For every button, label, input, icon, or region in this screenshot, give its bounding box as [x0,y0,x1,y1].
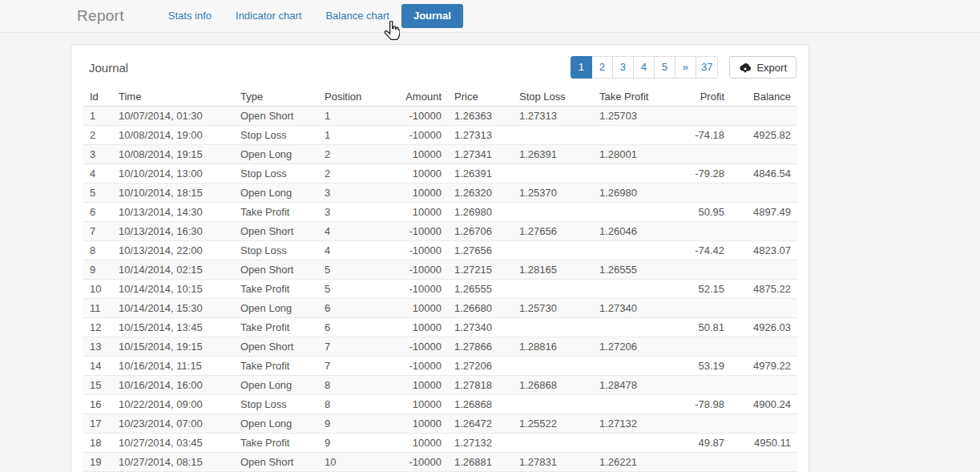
cell-amount: -10000 [381,126,448,145]
cell-price: 1.26363 [448,107,513,126]
tab-journal[interactable]: Journal [401,4,463,28]
cell-price: 1.27313 [448,126,513,145]
cell-id: 19 [83,453,112,472]
cell-stop-loss [513,357,593,376]
pagination-page-5[interactable]: 5 [654,56,676,79]
cell-stop-loss: 1.26868 [513,376,593,395]
cell-time: 10/16/2014, 16:00 [112,376,234,395]
table-row: 1310/15/2014, 19:15Open Short7-100001.27… [83,337,797,357]
cell-amount: -10000 [381,241,448,260]
cell-take-profit [593,126,673,145]
cell-profit [673,260,731,280]
cell-position: 1 [318,107,381,126]
cell-balance [731,260,797,280]
cell-balance: 4897.49 [731,203,797,222]
cell-id: 8 [83,241,112,260]
cell-balance [731,107,797,126]
pagination-page-4[interactable]: 4 [633,56,655,79]
export-button[interactable]: Export [729,56,797,79]
cell-position: 7 [318,357,381,376]
cell-profit [673,107,731,126]
cell-amount: -10000 [381,107,448,126]
column-header-id: Id [83,87,112,107]
cell-take-profit: 1.28478 [593,376,673,395]
cell-price: 1.26980 [448,203,513,222]
tab-indicator-chart[interactable]: Indicator chart [224,4,313,28]
table-row: 1810/27/2014, 03:45Take Profit9100001.27… [83,434,797,453]
cell-balance [731,337,797,357]
cell-id: 18 [83,434,112,453]
page-title: Report [77,7,124,25]
table-row: 1410/16/2014, 11:15Take Profit7-100001.2… [83,357,797,376]
cell-time: 10/15/2014, 13:45 [112,318,234,337]
cell-id: 15 [83,376,112,395]
cell-type: Open Long [234,145,318,164]
cell-position: 4 [318,241,381,260]
column-header-price: Price [448,87,513,107]
cell-id: 1 [83,107,112,126]
pagination-next-button[interactable]: » [675,56,696,79]
cell-balance: 4925.82 [731,126,797,145]
cell-position: 2 [318,164,381,184]
cell-amount: 10000 [381,164,448,184]
cell-stop-loss [513,280,593,299]
pagination: 12345»37 [571,56,718,79]
cell-stop-loss: 1.27313 [513,107,593,126]
column-header-type: Type [234,87,318,107]
pagination-page-1[interactable]: 1 [571,56,592,79]
cell-time: 10/13/2014, 22:00 [112,241,234,260]
cell-stop-loss [513,126,593,145]
column-header-take-profit: Take Profit [593,87,673,107]
table-row: 210/08/2014, 19:00Stop Loss1-100001.2731… [83,126,797,145]
cell-profit: -79.28 [673,164,731,184]
cell-amount: 10000 [381,318,448,337]
table-row: 610/13/2014, 14:30Take Profit3100001.269… [83,203,797,222]
cell-amount: 10000 [381,184,448,203]
cell-balance [731,222,797,241]
cell-stop-loss: 1.25522 [513,414,593,434]
cell-balance: 4926.03 [731,318,797,337]
cell-position: 9 [318,414,381,434]
cell-position: 1 [318,126,381,145]
cell-price: 1.26868 [448,395,513,414]
cell-amount: -10000 [381,222,448,241]
cell-stop-loss: 1.27831 [513,453,593,472]
cell-type: Stop Loss [234,395,318,414]
panel-controls: 12345»37 Export [571,56,797,79]
export-button-label: Export [756,62,787,74]
cell-type: Open Long [234,184,318,203]
pagination-page-37[interactable]: 37 [696,56,718,79]
cell-time: 10/14/2014, 02:15 [112,260,234,280]
cell-price: 1.27215 [448,260,513,280]
cell-stop-loss: 1.28165 [513,260,593,280]
table-row: 1710/23/2014, 07:00Open Long9100001.2647… [83,414,797,434]
cell-amount: 10000 [381,203,448,222]
cell-take-profit [593,241,673,260]
cell-stop-loss: 1.27656 [513,222,593,241]
cell-type: Stop Loss [234,126,318,145]
cell-profit: -74.18 [673,126,731,145]
cell-take-profit: 1.27132 [593,414,673,434]
column-header-balance: Balance [731,87,797,107]
table-row: 1210/15/2014, 13:45Take Profit6100001.27… [83,318,797,337]
column-header-stop-loss: Stop Loss [513,87,593,107]
journal-panel: Journal 12345»37 Export IdTimeTypePositi… [71,44,809,472]
cell-position: 8 [318,376,381,395]
table-header-row: IdTimeTypePositionAmountPriceStop LossTa… [83,87,797,107]
tab-balance-chart[interactable]: Balance chart [313,4,401,28]
cell-position: 7 [318,337,381,357]
tab-stats-info[interactable]: Stats info [156,4,224,28]
cell-stop-loss [513,164,593,184]
cell-profit: -74.42 [673,241,731,260]
cell-type: Open Short [234,222,318,241]
cell-price: 1.27818 [448,376,513,395]
column-header-time: Time [112,87,234,107]
cell-type: Take Profit [234,280,318,299]
cell-type: Open Short [234,107,318,126]
cell-amount: -10000 [381,337,448,357]
pagination-page-2[interactable]: 2 [591,56,613,79]
cell-position: 6 [318,318,381,337]
cell-id: 5 [83,184,112,203]
pagination-page-3[interactable]: 3 [612,56,634,79]
cell-id: 11 [83,299,112,318]
